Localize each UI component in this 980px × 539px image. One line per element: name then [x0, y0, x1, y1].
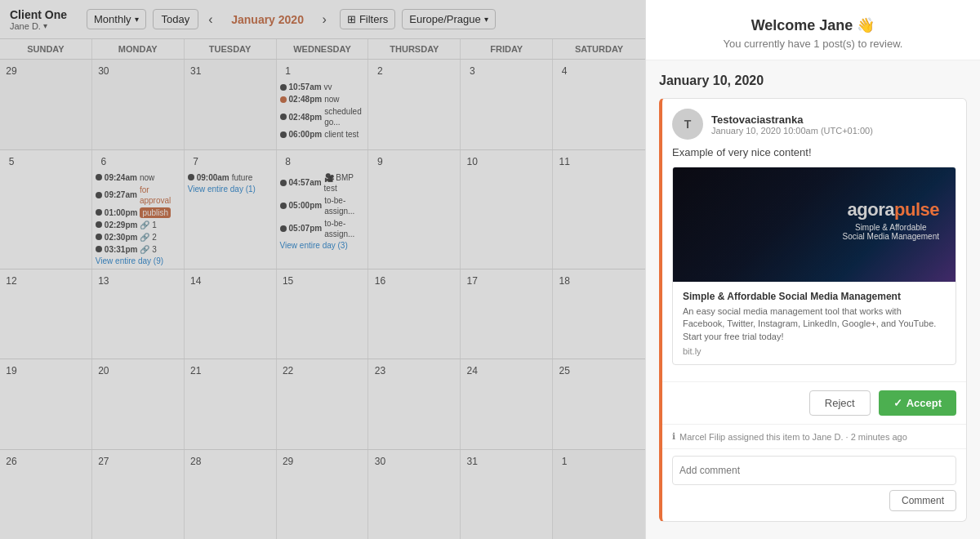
calendar-event[interactable]: 05:00pmto-be-assign...: [280, 195, 365, 216]
day-cell[interactable]: 17: [461, 270, 553, 359]
link-preview: Simple & Affordable Social Media Managem…: [673, 282, 956, 364]
day-cell[interactable]: 9: [368, 150, 461, 269]
day-cell[interactable]: 609:24amnow09:27amfor approval01:00pmpub…: [92, 150, 185, 269]
day-cell[interactable]: 15: [277, 270, 369, 359]
day-number: 30: [372, 453, 388, 470]
review-date: January 10, 2020: [659, 74, 967, 88]
day-number: 23: [372, 363, 388, 379]
day-number: 28: [188, 453, 204, 470]
comment-input[interactable]: [672, 456, 956, 485]
calendar-event[interactable]: 02:48pmnow: [280, 94, 365, 105]
calendar-event[interactable]: 03:31pm🔗 3: [96, 244, 180, 255]
day-cell[interactable]: 31: [185, 60, 277, 149]
day-cell[interactable]: 10: [461, 150, 553, 269]
day-cell[interactable]: 22: [277, 359, 369, 449]
calendar-event[interactable]: 01:00pmpublish: [96, 207, 180, 218]
event-time: 02:29pm: [105, 220, 138, 230]
event-time: 05:07pm: [289, 223, 323, 234]
view-selector[interactable]: Monthly ▾: [87, 9, 146, 29]
calendar-event[interactable]: 06:00pmclient test: [280, 129, 365, 140]
day-cell[interactable]: 29: [277, 450, 369, 540]
day-header-wed: WEDNESDAY: [277, 39, 369, 59]
day-cell[interactable]: 30: [368, 450, 461, 540]
card-actions: Reject ✓ Accept: [662, 381, 966, 424]
event-label: now: [324, 94, 339, 105]
day-number: 9: [372, 154, 388, 170]
day-header-mon: MONDAY: [92, 39, 185, 59]
day-cell[interactable]: 28: [185, 450, 277, 540]
event-dot: [280, 180, 287, 186]
day-cell[interactable]: 11: [553, 150, 645, 269]
event-dot: [96, 209, 102, 216]
calendar-event[interactable]: 02:29pm🔗 1: [96, 220, 180, 230]
day-cell[interactable]: 20: [92, 359, 185, 449]
day-cell[interactable]: 5: [0, 150, 92, 269]
calendar-event[interactable]: 09:27amfor approval: [96, 185, 180, 206]
day-cell[interactable]: 30: [92, 60, 185, 149]
calendar-event[interactable]: 10:57amvv: [280, 82, 365, 92]
prev-month-button[interactable]: ‹: [205, 9, 216, 30]
today-button[interactable]: Today: [153, 9, 199, 29]
day-cell[interactable]: 3: [461, 60, 553, 149]
day-cell[interactable]: 18: [553, 270, 645, 359]
day-cell[interactable]: 26: [0, 450, 92, 540]
calendar-event[interactable]: 09:00amfuture: [188, 172, 273, 183]
card-text: Example of very nice content!: [672, 146, 956, 158]
accept-button[interactable]: ✓ Accept: [879, 390, 956, 416]
event-time: 09:24am: [105, 172, 137, 183]
link-preview-title: Simple & Affordable Social Media Managem…: [683, 291, 946, 302]
author-info: Testovaciastranka January 10, 2020 10:00…: [711, 114, 873, 136]
day-cell[interactable]: 25: [553, 359, 645, 449]
view-entire-day-link[interactable]: View entire day (3): [280, 241, 365, 250]
event-dot: [280, 203, 287, 209]
day-cell[interactable]: 12: [0, 270, 92, 359]
event-time: 10:57am: [289, 82, 322, 92]
timezone-selector[interactable]: Europe/Prague ▾: [402, 9, 495, 29]
next-month-button[interactable]: ›: [319, 9, 330, 30]
day-cell[interactable]: 2: [368, 60, 461, 149]
week-row: 12131415161718: [0, 270, 645, 360]
day-cell[interactable]: 110:57amvv02:48pmnow02:48pmscheduled go.…: [277, 60, 369, 149]
comment-button[interactable]: Comment: [889, 490, 956, 511]
welcome-title: Welcome Jane 👋: [662, 16, 964, 34]
day-cell[interactable]: 23: [368, 359, 461, 449]
info-icon: ℹ: [672, 431, 675, 442]
day-cell[interactable]: 14: [185, 270, 277, 359]
filters-button[interactable]: ⊞ Filters: [340, 9, 395, 29]
day-number: 3: [464, 63, 480, 79]
calendar-event[interactable]: 02:30pm🔗 2: [96, 232, 180, 243]
review-panel: Welcome Jane 👋 You currently have 1 post…: [645, 0, 980, 539]
day-cell[interactable]: 13: [92, 270, 185, 359]
day-cell[interactable]: 21: [185, 359, 277, 449]
event-label: 🎥 BMP test: [324, 172, 365, 194]
day-cell[interactable]: 804:57am🎥 BMP test05:00pmto-be-assign...…: [277, 150, 369, 269]
calendar-event[interactable]: 02:48pmscheduled go...: [280, 106, 365, 127]
day-cell[interactable]: 27: [92, 450, 185, 540]
reject-button[interactable]: Reject: [809, 390, 871, 416]
day-number: 6: [96, 154, 112, 170]
view-entire-day-link[interactable]: View entire day (1): [188, 185, 273, 194]
event-time: 02:48pm: [289, 112, 323, 122]
day-cell[interactable]: 1: [553, 450, 645, 540]
day-number: 11: [556, 154, 572, 170]
day-cell[interactable]: 4: [553, 60, 645, 149]
calendar-event[interactable]: 05:07pmto-be-assign...: [280, 218, 365, 239]
calendar-event[interactable]: 04:57am🎥 BMP test: [280, 172, 365, 194]
day-header-thu: THURSDAY: [368, 39, 461, 59]
day-cell[interactable]: 24: [461, 359, 553, 449]
day-cell[interactable]: 16: [368, 270, 461, 359]
day-cell[interactable]: 19: [0, 359, 92, 449]
day-cell[interactable]: 29: [0, 60, 92, 149]
client-info: Client One Jane D. ▾: [10, 8, 67, 31]
day-cell[interactable]: 31: [461, 450, 553, 540]
event-time: 04:57am: [289, 177, 322, 188]
view-entire-day-link[interactable]: View entire day (9): [96, 256, 180, 265]
week-row: 19202122232425: [0, 359, 645, 450]
calendar-event[interactable]: 09:24amnow: [96, 172, 180, 183]
day-cell[interactable]: 709:00amfutureView entire day (1): [185, 150, 277, 269]
client-user[interactable]: Jane D. ▾: [10, 21, 67, 31]
day-number: 20: [96, 363, 112, 379]
day-number: 8: [280, 154, 296, 170]
event-time: 02:48pm: [289, 94, 323, 105]
agora-logo-tagline: Simple & AffordableSocial Media Manageme…: [843, 223, 939, 241]
